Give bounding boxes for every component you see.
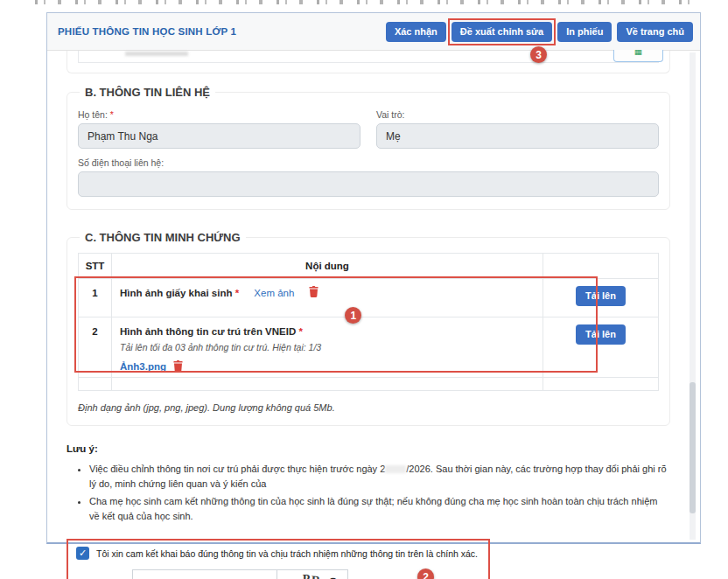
fullname-label: Họ tên: *: [78, 109, 360, 120]
row1-index: 1: [79, 279, 112, 317]
confirm-button[interactable]: Xác nhận: [386, 22, 446, 42]
row2-note: Tải lên tối đa 03 ảnh thông tin cư trú. …: [120, 342, 535, 352]
table-header-row: STT Nội dung: [79, 254, 659, 279]
home-button[interactable]: Về trang chủ: [617, 22, 693, 42]
notes-label: Lưu ý:: [66, 443, 670, 454]
section-b: B. THÔNG TIN LIÊN HỆ Họ tên: * Phạm Thu …: [66, 86, 670, 210]
section-a-inner-fragment: ▦: [78, 51, 659, 63]
table-row: 2 Hình ảnh thông tin cư trú trên VNEID *…: [79, 317, 659, 378]
print-button[interactable]: In phiếu: [557, 22, 612, 42]
annotation-step-2: 2: [417, 569, 434, 579]
phone-label: Số điện thoại liên hệ:: [78, 157, 659, 168]
upload-button-row2[interactable]: Tải lên: [576, 324, 626, 345]
notes-block: Lưu ý: Việc điều chỉnh thông tin nơi cư …: [66, 443, 670, 523]
row1-title: Hình ảnh giấy khai sinh *: [120, 285, 242, 298]
form-content: ▦ B. THÔNG TIN LIÊN HỆ Họ tên: * Phạm Th…: [47, 51, 700, 579]
export-button-partial[interactable]: ▦: [613, 50, 663, 62]
delete-file-icon[interactable]: [173, 360, 183, 372]
evidence-table: STT Nội dung 1 Hình ảnh giấy khai sinh *: [78, 253, 659, 391]
student-info-panel: PHIẾU THÔNG TIN HỌC SINH LỚP 1 Xác nhận …: [46, 12, 701, 544]
captcha-input[interactable]: [133, 570, 277, 579]
role-label: Vai trò:: [376, 109, 659, 120]
image-format-note: Định dạng ảnh (jpg, png, jpeg). Dung lượ…: [78, 402, 659, 413]
delete-image-icon[interactable]: [309, 286, 318, 297]
propose-edit-button[interactable]: Đề xuất chỉnh sửa: [452, 22, 552, 42]
section-b-title: B. THÔNG TIN LIÊN HỆ: [80, 86, 215, 99]
upload-button-row1[interactable]: Tải lên: [576, 286, 626, 306]
evidence-table-wrap: STT Nội dung 1 Hình ảnh giấy khai sinh *: [78, 253, 659, 391]
redacted-date: [385, 465, 406, 473]
required-mark: *: [110, 109, 114, 120]
commit-checkbox[interactable]: [76, 547, 89, 560]
field-role: Vai trò: Mẹ: [376, 108, 659, 149]
row2-index: 2: [79, 317, 112, 378]
view-image-link[interactable]: Xem ảnh: [254, 288, 294, 298]
annotation-step-3: 3: [530, 46, 547, 63]
commit-checkbox-label: Tôi xin cam kết khai báo đúng thông tin …: [96, 548, 478, 559]
refresh-captcha-icon[interactable]: ⟳: [328, 576, 340, 579]
col-header-stt: STT: [79, 254, 112, 279]
phone-input[interactable]: [78, 171, 659, 197]
section-a-fragment: ▦: [66, 51, 670, 73]
fullname-input[interactable]: Phạm Thu Nga: [78, 123, 360, 149]
col-header-actions: [543, 254, 659, 279]
note-item-1: Việc điều chỉnh thông tin nơi cư trú phả…: [89, 462, 670, 491]
field-fullname: Họ tên: * Phạm Thu Nga: [78, 108, 360, 149]
note-item-2: Cha mẹ học sinh cam kết những thông tin …: [89, 494, 670, 523]
table-empty-row: [79, 378, 659, 391]
col-header-content: Nội dung: [112, 254, 543, 279]
commit-block: Tôi xin cam kết khai báo đúng thông tin …: [66, 539, 490, 579]
row2-title: Hình ảnh thông tin cư trú trên VNEID *: [120, 324, 303, 337]
role-input[interactable]: Mẹ: [376, 123, 659, 149]
uploaded-file-link[interactable]: Ảnh3.png: [120, 361, 166, 372]
excel-icon: ▦: [634, 50, 642, 56]
section-c-title: C. THÔNG TIN MINH CHỨNG: [80, 231, 246, 244]
captcha-image: 7CPR ⟳: [277, 570, 347, 579]
panel-header: PHIẾU THÔNG TIN HỌC SINH LỚP 1 Xác nhận …: [47, 13, 700, 51]
section-c: C. THÔNG TIN MINH CHỨNG STT Nội dung 1: [66, 231, 670, 426]
page-title: PHIẾU THÔNG TIN HỌC SINH LỚP 1: [58, 26, 381, 37]
clipped-text-remnant: [35, 0, 693, 4]
field-phone: Số điện thoại liên hệ:: [78, 157, 659, 197]
table-row: 1 Hình ảnh giấy khai sinh * Xem ảnh: [79, 279, 659, 317]
